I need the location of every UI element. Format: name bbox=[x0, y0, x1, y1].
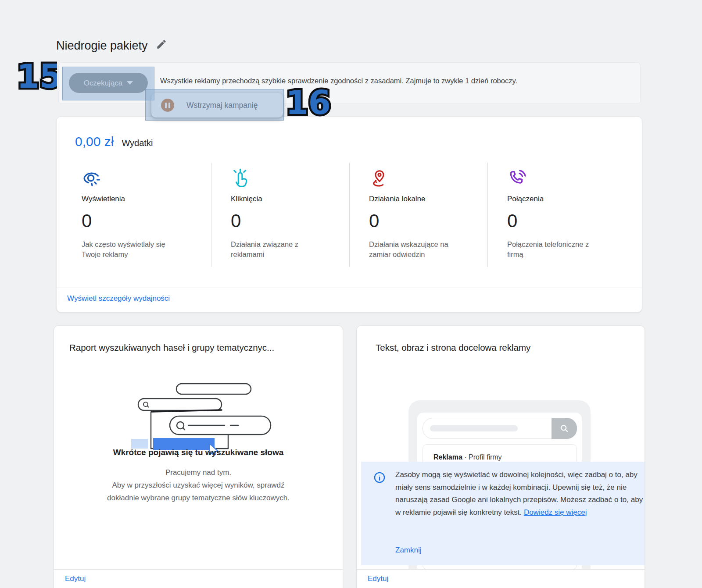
close-info-link[interactable]: Zamknij bbox=[395, 546, 422, 555]
info-message-text: Zasoby mogą się wyświetlać w dowolnej ko… bbox=[395, 470, 643, 517]
metric-local-actions: Działania lokalne 0 Działania wskazujące… bbox=[369, 168, 483, 260]
search-icon bbox=[552, 418, 577, 439]
ad-separator: · bbox=[464, 453, 466, 461]
divider bbox=[211, 163, 211, 267]
svg-text:16: 16 bbox=[286, 84, 331, 121]
spend-label: Wydatki bbox=[122, 138, 153, 148]
annotation-number-15: 15 bbox=[13, 53, 57, 96]
metric-impressions: Wyświetlenia 0 Jak często wyświetlały si… bbox=[82, 168, 196, 260]
empty-state-line1: Pracujemy nad tym. bbox=[95, 466, 301, 479]
metric-description: Jak często wyświetlały się Twoje reklamy bbox=[82, 239, 176, 260]
divider bbox=[487, 163, 488, 267]
performance-details-link[interactable]: Wyświetl szczegóły wydajności bbox=[67, 294, 170, 303]
empty-state-text: Pracujemy nad tym. Aby w przyszłości uzy… bbox=[95, 466, 301, 504]
assets-info-box: Zasoby mogą się wyświetlać w dowolnej ko… bbox=[361, 462, 645, 565]
mock-search-bar bbox=[423, 418, 577, 439]
metric-description: Połączenia telefoniczne z firmą bbox=[507, 239, 602, 260]
metric-label: Połączenia bbox=[507, 195, 621, 203]
metric-description: Działania związane z reklamami bbox=[231, 239, 325, 260]
card-footer: Edytuj bbox=[357, 570, 645, 588]
phone-call-icon bbox=[507, 168, 621, 189]
info-icon bbox=[373, 471, 386, 485]
divider bbox=[54, 569, 343, 570]
metric-label: Kliknięcia bbox=[231, 195, 345, 203]
campaign-title: Niedrogie pakiety bbox=[56, 39, 148, 53]
svg-text:15: 15 bbox=[17, 57, 57, 95]
ad-label-line: Reklama · Profil firmy bbox=[433, 453, 502, 461]
campaign-overview-page: Niedrogie pakiety Wszystkie reklamy prze… bbox=[0, 0, 702, 588]
search-placeholder-bar bbox=[430, 425, 518, 431]
info-message: Zasoby mogą się wyświetlać w dowolnej ko… bbox=[395, 469, 644, 519]
empty-state-title: Wkrótce pojawią się tu wyszukiwane słowa bbox=[54, 448, 343, 457]
metric-calls: Połączenia 0 Połączenia telefoniczne z f… bbox=[507, 168, 621, 260]
highlight-box-15 bbox=[62, 67, 154, 100]
spend-summary: 0,00 zł Wydatki bbox=[75, 134, 153, 149]
eye-icon bbox=[82, 168, 196, 189]
metric-value: 0 bbox=[369, 210, 483, 232]
edit-ad-link[interactable]: Edytuj bbox=[368, 574, 388, 583]
card-title: Tekst, obraz i strona docelowa reklamy bbox=[376, 342, 530, 353]
location-pin-icon bbox=[369, 168, 483, 189]
tap-icon bbox=[231, 168, 345, 189]
ad-preview-card: Tekst, obraz i strona docelowa reklamy R… bbox=[356, 325, 645, 588]
edit-search-terms-link[interactable]: Edytuj bbox=[65, 574, 86, 583]
search-terms-illustration bbox=[126, 383, 275, 457]
metric-clicks: Kliknięcia 0 Działania związane z reklam… bbox=[231, 168, 345, 260]
search-terms-card: Raport wyszukiwanych haseł i grupy temat… bbox=[54, 325, 343, 588]
divider bbox=[349, 163, 350, 267]
spend-value: 0,00 zł bbox=[75, 134, 114, 149]
ad-badge: Reklama bbox=[433, 453, 462, 461]
metric-label: Wyświetlenia bbox=[82, 195, 196, 203]
annotation-number-16: 16 bbox=[283, 82, 331, 123]
ad-source: Profil firmy bbox=[469, 453, 502, 461]
metric-label: Działania lokalne bbox=[369, 195, 483, 203]
highlight-box-16 bbox=[145, 89, 284, 121]
page-title-row: Niedrogie pakiety bbox=[56, 39, 167, 53]
status-message: Wszystkie reklamy przechodzą szybkie spr… bbox=[160, 77, 517, 85]
card-title: Raport wyszukiwanych haseł i grupy temat… bbox=[69, 342, 274, 353]
metric-value: 0 bbox=[231, 210, 345, 232]
metric-description: Działania wskazujące na zamiar odwiedzin bbox=[369, 239, 463, 260]
learn-more-link[interactable]: Dowiedz się więcej bbox=[524, 508, 587, 517]
performance-card: 0,00 zł Wydatki Wyświetlenia 0 Jak częst… bbox=[56, 116, 642, 313]
metric-value: 0 bbox=[507, 210, 621, 232]
metric-value: 0 bbox=[82, 210, 196, 232]
divider bbox=[57, 288, 642, 288]
empty-state-line2: Aby w przyszłości uzyskać więcej wyników… bbox=[95, 479, 301, 504]
edit-title-icon[interactable] bbox=[156, 39, 167, 53]
